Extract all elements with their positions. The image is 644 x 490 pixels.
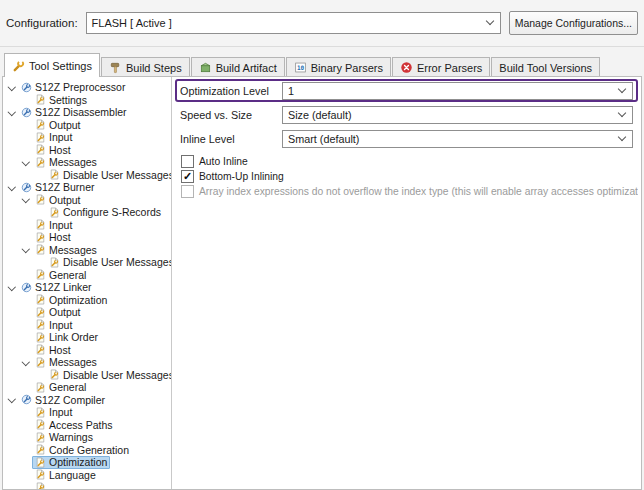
tree-item[interactable]: S12Z Linker [3, 281, 171, 294]
tree-item-selection: Optimization [32, 294, 110, 307]
tab[interactable]: Build Tool Versions [491, 57, 600, 77]
tree-item[interactable]: S12Z Compiler [3, 394, 171, 407]
tree-expander-icon[interactable] [21, 158, 32, 167]
tree-item[interactable]: S12Z Burner [3, 181, 171, 194]
tree-expander-icon [21, 120, 32, 129]
tree-item[interactable]: Language [3, 469, 171, 482]
chevron-down-icon [619, 86, 626, 93]
tree-item[interactable]: Output [3, 194, 171, 207]
tree-item[interactable]: Input [3, 131, 171, 144]
tree-item[interactable]: Access Paths [3, 419, 171, 432]
tree-item[interactable]: Settings [3, 94, 171, 107]
checkbox-row[interactable]: Bottom-Up Inlining [181, 169, 638, 184]
tree-item-icon [35, 357, 46, 368]
tree-item[interactable]: Host [3, 344, 171, 357]
tree-item-selection: Disable User Messages [46, 369, 172, 382]
tree-item[interactable]: General [3, 381, 171, 394]
tree-item[interactable]: General [3, 269, 171, 282]
tree-item-label: Settings [49, 94, 87, 106]
tree-expander-icon [21, 333, 32, 342]
tab-label: Build Tool Versions [499, 62, 592, 74]
tree-item[interactable]: Input [3, 219, 171, 232]
tree-item[interactable] [3, 481, 171, 489]
tree-item-selection: Settings [32, 94, 90, 107]
tree-item-icon [35, 294, 46, 305]
tree-item[interactable]: Input [3, 319, 171, 332]
tree-item[interactable]: Host [3, 144, 171, 157]
tree-item-label: Input [49, 219, 72, 231]
tab[interactable]: Error Parsers [392, 57, 490, 77]
tree-item[interactable]: Link Order [3, 331, 171, 344]
tree-item[interactable]: Input [3, 406, 171, 419]
tree-expander-icon[interactable] [7, 83, 18, 92]
tree-expander-icon[interactable] [7, 108, 18, 117]
tab-icon [400, 61, 413, 74]
tree-item-icon [35, 407, 46, 418]
tree-expander-icon [21, 345, 32, 354]
tree-item[interactable]: Warnings [3, 431, 171, 444]
tree-item[interactable]: Disable User Messages [3, 369, 171, 382]
tree-item-selection: Host [32, 144, 74, 157]
tree-item-selection: Output [32, 194, 84, 207]
tree-item-label: Output [49, 119, 81, 131]
tree-expander-icon [21, 233, 32, 242]
manage-configurations-button[interactable]: Manage Configurations... [509, 11, 638, 35]
tree-item[interactable]: Disable User Messages [3, 256, 171, 269]
checkbox[interactable] [181, 170, 194, 183]
setting-select[interactable]: Smart (default) [282, 130, 633, 148]
tree-item-label: Disable User Messages [63, 256, 172, 268]
configuration-select[interactable]: FLASH [ Active ] [86, 12, 501, 34]
tree-item[interactable]: Optimization [3, 294, 171, 307]
tree-expander-icon[interactable] [21, 195, 32, 204]
tab-label: Build Steps [126, 62, 182, 74]
tree-expander-icon[interactable] [21, 245, 32, 254]
setting-row: Inline Level Smart (default) [175, 127, 638, 150]
tree-item-icon [35, 157, 46, 168]
setting-value: Smart (default) [288, 133, 359, 145]
tree-item[interactable]: S12Z Preprocessor [3, 81, 171, 94]
checkbox[interactable] [181, 185, 194, 198]
tree-item-label: S12Z Compiler [35, 394, 105, 406]
tab[interactable]: Build Steps [101, 57, 190, 77]
setting-label: Optimization Level [180, 85, 282, 97]
tree-item[interactable]: Output [3, 119, 171, 132]
tab[interactable]: Build Artifact [191, 57, 285, 77]
tree-item-selection: Input [32, 219, 75, 232]
tree-item-selection: S12Z Disassembler [18, 106, 130, 119]
tree-item[interactable]: Optimization [3, 456, 171, 469]
checkbox[interactable] [181, 155, 194, 168]
tree-expander-icon[interactable] [7, 395, 18, 404]
tree-item-label: Messages [49, 356, 97, 368]
tree-expander-icon [35, 370, 46, 379]
tree-item-label: Messages [49, 156, 97, 168]
tree-expander-icon [21, 420, 32, 429]
tree-expander-icon [21, 308, 32, 317]
tree-item[interactable]: Messages [3, 244, 171, 257]
tree-item[interactable]: Output [3, 306, 171, 319]
tab-icon [294, 61, 307, 74]
tree-item[interactable]: Messages [3, 356, 171, 369]
tree-expander-icon [21, 95, 32, 104]
tree-item[interactable]: S12Z Disassembler [3, 106, 171, 119]
tree-item[interactable]: Host [3, 231, 171, 244]
tree-item-selection: General [32, 269, 89, 282]
tree-item-icon [35, 344, 46, 355]
setting-select[interactable]: Size (default) [282, 106, 633, 124]
tree-item[interactable]: Configure S-Records [3, 206, 171, 219]
tree-item-label: Output [49, 194, 81, 206]
chevron-down-icon [487, 18, 494, 25]
tree-expander-icon[interactable] [21, 358, 32, 367]
checkbox-row[interactable]: Auto Inline [181, 154, 638, 169]
setting-row: Optimization Level 1 [175, 79, 638, 102]
tab[interactable]: Binary Parsers [286, 57, 391, 77]
tree-expander-icon [21, 133, 32, 142]
tab[interactable]: Tool Settings [4, 53, 100, 77]
tree-expander-icon[interactable] [7, 183, 18, 192]
tree-expander-icon[interactable] [7, 283, 18, 292]
tree-item-selection: Host [32, 344, 74, 357]
tree-item[interactable]: Disable User Messages [3, 169, 171, 182]
setting-select[interactable]: 1 [282, 82, 633, 100]
tree-item[interactable]: Code Generation [3, 444, 171, 457]
tree-item-selection: Configure S-Records [46, 206, 164, 219]
tree-item[interactable]: Messages [3, 156, 171, 169]
